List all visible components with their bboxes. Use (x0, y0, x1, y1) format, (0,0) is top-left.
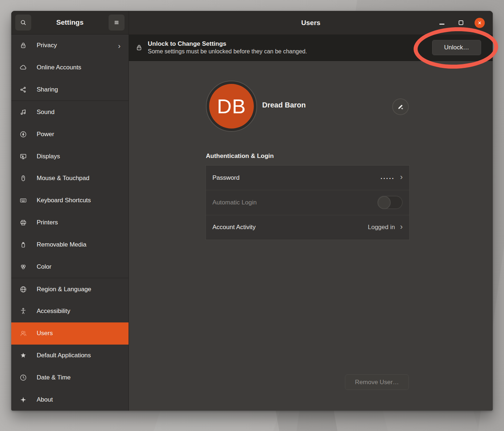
sidebar-item-label: Removable Media (37, 241, 86, 248)
avatar-circle: DB (209, 84, 254, 129)
sidebar-item-displays[interactable]: Displays (11, 145, 129, 167)
users-page-content: DB Dread Baron Authentication & Login Pa… (129, 61, 493, 411)
close-button[interactable] (475, 18, 485, 28)
sidebar-item-label: Color (37, 263, 52, 271)
banner-text: Unlock to Change Settings Some settings … (148, 40, 307, 55)
page-title: Users (301, 19, 321, 27)
sidebar-item-users[interactable]: Users (11, 322, 129, 345)
account-activity-label: Account Activity (212, 224, 256, 231)
section-heading: Authentication & Login (206, 153, 274, 160)
sidebar-item-label: Displays (37, 153, 60, 160)
account-activity-value-group: Logged in › (368, 223, 403, 232)
auth-list: Password ••••• › Automatic Login Account… (206, 165, 410, 240)
menu-button[interactable] (109, 15, 125, 31)
edit-name-button[interactable] (392, 98, 409, 115)
account-activity-value: Logged in (368, 224, 395, 231)
toggle-knob (378, 196, 391, 209)
app-title: Settings (56, 19, 84, 27)
sidebar-item-mouse-touchpad[interactable]: Mouse & Touchpad (11, 167, 129, 190)
accessibility-icon (19, 307, 27, 315)
display-icon (19, 153, 27, 160)
password-label: Password (212, 174, 240, 182)
clock-icon (19, 374, 27, 382)
users-icon (19, 329, 27, 337)
keyboard-icon (19, 196, 27, 204)
password-value-group: ••••• › (381, 173, 403, 182)
sidebar-item-power[interactable]: Power (11, 123, 129, 145)
main-panel: Users Unlock to Change Settings Some set… (129, 11, 493, 411)
sidebar-item-color[interactable]: Color (11, 256, 129, 278)
sidebar-item-label: Users (37, 330, 53, 337)
cloud-icon (19, 64, 27, 72)
color-circles-icon (19, 263, 27, 271)
sidebar-item-printers[interactable]: Printers (11, 212, 129, 234)
sidebar-item-label: Date & Time (37, 374, 71, 381)
star-icon (19, 351, 27, 359)
sidebar-item-removable-media[interactable]: Removable Media (11, 233, 129, 256)
account-activity-row[interactable]: Account Activity Logged in › (206, 215, 409, 240)
maximize-button[interactable] (456, 18, 466, 28)
minimize-button[interactable] (437, 18, 447, 28)
sidebar-item-label: Mouse & Touchpad (37, 175, 89, 182)
music-note-icon (19, 108, 27, 116)
sidebar-item-label: Default Applications (37, 352, 91, 359)
sidebar-item-region-language[interactable]: Region & Language (11, 278, 129, 300)
automatic-login-control-group (377, 196, 403, 209)
share-icon (19, 86, 27, 94)
sidebar-item-label: Privacy (37, 42, 57, 49)
unlock-banner: Unlock to Change Settings Some settings … (129, 34, 493, 61)
banner-subtitle: Some settings must be unlocked before th… (148, 48, 307, 55)
user-full-name: Dread Baron (262, 101, 306, 109)
sidebar-header: Settings (11, 11, 129, 34)
headerbar: Users (129, 11, 493, 34)
window-controls (437, 11, 485, 34)
pencil-icon (397, 103, 405, 111)
globe-icon (19, 285, 27, 293)
sidebar-item-keyboard-shortcuts[interactable]: Keyboard Shortcuts (11, 190, 129, 212)
unlock-button[interactable]: Unlock… (432, 40, 481, 55)
automatic-login-toggle[interactable] (377, 196, 403, 209)
mouse-icon (19, 174, 27, 182)
chevron-right-icon: › (118, 42, 121, 49)
search-button[interactable] (15, 15, 31, 31)
sparkle-icon (19, 396, 27, 404)
automatic-login-row: Automatic Login (206, 190, 409, 215)
chevron-right-icon: › (400, 173, 403, 182)
sidebar-item-label: Region & Language (37, 286, 91, 293)
maximize-icon (459, 20, 463, 25)
sidebar-item-label: Power (37, 131, 54, 138)
sidebar-item-accessibility[interactable]: Accessibility (11, 300, 129, 322)
sidebar-list: Privacy › Online Accounts Sharing Sound … (11, 34, 129, 411)
printer-icon (19, 219, 27, 227)
remove-user-button[interactable]: Remove User… (345, 374, 409, 390)
sidebar-item-sharing[interactable]: Sharing (11, 79, 129, 101)
password-row[interactable]: Password ••••• › (206, 166, 409, 190)
sidebar-item-privacy[interactable]: Privacy › (11, 34, 129, 57)
sidebar-item-label: Online Accounts (37, 64, 81, 71)
banner-title: Unlock to Change Settings (148, 40, 307, 48)
avatar[interactable]: DB (206, 81, 257, 132)
minimize-icon (439, 24, 444, 25)
sidebar-item-label: Printers (37, 219, 58, 226)
sidebar-item-label: About (37, 396, 53, 403)
hamburger-icon (113, 19, 121, 27)
settings-window: Settings Privacy › Online Accounts Shari… (11, 11, 493, 411)
lock-icon (135, 44, 143, 52)
sidebar-item-date-time[interactable]: Date & Time (11, 366, 129, 389)
sidebar: Settings Privacy › Online Accounts Shari… (11, 11, 129, 411)
search-icon (19, 19, 27, 27)
sidebar-item-about[interactable]: About (11, 389, 129, 411)
automatic-login-label: Automatic Login (212, 199, 257, 206)
sidebar-item-default-applications[interactable]: Default Applications (11, 345, 129, 367)
close-icon (477, 20, 482, 25)
usb-drive-icon (19, 241, 27, 249)
sidebar-item-label: Sharing (37, 86, 58, 93)
sidebar-item-sound[interactable]: Sound (11, 101, 129, 123)
power-icon (19, 130, 27, 138)
sidebar-item-label: Sound (37, 109, 54, 116)
avatar-initials: DB (217, 94, 246, 118)
sidebar-item-label: Accessibility (37, 308, 70, 315)
sidebar-item-online-accounts[interactable]: Online Accounts (11, 57, 129, 79)
chevron-right-icon: › (400, 223, 403, 232)
sidebar-item-label: Keyboard Shortcuts (37, 197, 91, 204)
